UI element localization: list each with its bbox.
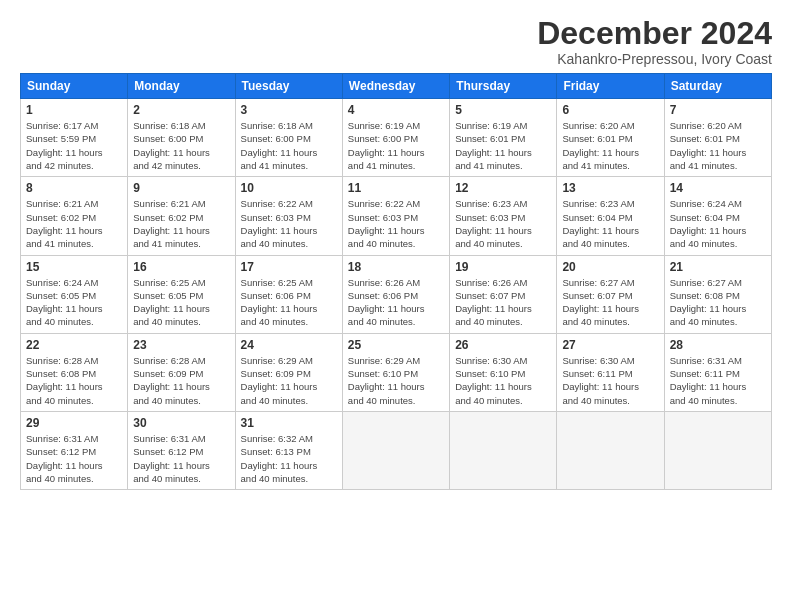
day-number: 20 <box>562 260 658 274</box>
subtitle: Kahankro-Prepressou, Ivory Coast <box>537 51 772 67</box>
day-number: 11 <box>348 181 444 195</box>
calendar-cell: 12 Sunrise: 6:23 AMSunset: 6:03 PMDaylig… <box>450 177 557 255</box>
calendar-cell <box>450 411 557 489</box>
day-number: 5 <box>455 103 551 117</box>
day-detail: Sunrise: 6:30 AMSunset: 6:10 PMDaylight:… <box>455 354 551 407</box>
day-detail: Sunrise: 6:27 AMSunset: 6:07 PMDaylight:… <box>562 276 658 329</box>
header-sunday: Sunday <box>21 74 128 99</box>
day-detail: Sunrise: 6:31 AMSunset: 6:11 PMDaylight:… <box>670 354 766 407</box>
calendar-week-row: 1 Sunrise: 6:17 AMSunset: 5:59 PMDayligh… <box>21 99 772 177</box>
calendar-cell: 6 Sunrise: 6:20 AMSunset: 6:01 PMDayligh… <box>557 99 664 177</box>
calendar-cell: 5 Sunrise: 6:19 AMSunset: 6:01 PMDayligh… <box>450 99 557 177</box>
weekday-header-row: Sunday Monday Tuesday Wednesday Thursday… <box>21 74 772 99</box>
day-number: 13 <box>562 181 658 195</box>
calendar-cell <box>342 411 449 489</box>
day-number: 19 <box>455 260 551 274</box>
day-detail: Sunrise: 6:26 AMSunset: 6:07 PMDaylight:… <box>455 276 551 329</box>
day-detail: Sunrise: 6:25 AMSunset: 6:06 PMDaylight:… <box>241 276 337 329</box>
day-detail: Sunrise: 6:18 AMSunset: 6:00 PMDaylight:… <box>133 119 229 172</box>
calendar-cell: 29 Sunrise: 6:31 AMSunset: 6:12 PMDaylig… <box>21 411 128 489</box>
day-detail: Sunrise: 6:17 AMSunset: 5:59 PMDaylight:… <box>26 119 122 172</box>
main-title: December 2024 <box>537 16 772 51</box>
day-detail: Sunrise: 6:20 AMSunset: 6:01 PMDaylight:… <box>670 119 766 172</box>
day-detail: Sunrise: 6:24 AMSunset: 6:04 PMDaylight:… <box>670 197 766 250</box>
day-detail: Sunrise: 6:28 AMSunset: 6:08 PMDaylight:… <box>26 354 122 407</box>
day-number: 18 <box>348 260 444 274</box>
day-number: 29 <box>26 416 122 430</box>
day-detail: Sunrise: 6:29 AMSunset: 6:09 PMDaylight:… <box>241 354 337 407</box>
day-number: 4 <box>348 103 444 117</box>
calendar-cell: 14 Sunrise: 6:24 AMSunset: 6:04 PMDaylig… <box>664 177 771 255</box>
calendar-cell: 15 Sunrise: 6:24 AMSunset: 6:05 PMDaylig… <box>21 255 128 333</box>
header-tuesday: Tuesday <box>235 74 342 99</box>
header-wednesday: Wednesday <box>342 74 449 99</box>
calendar-week-row: 15 Sunrise: 6:24 AMSunset: 6:05 PMDaylig… <box>21 255 772 333</box>
calendar-cell: 30 Sunrise: 6:31 AMSunset: 6:12 PMDaylig… <box>128 411 235 489</box>
day-detail: Sunrise: 6:28 AMSunset: 6:09 PMDaylight:… <box>133 354 229 407</box>
calendar-cell: 9 Sunrise: 6:21 AMSunset: 6:02 PMDayligh… <box>128 177 235 255</box>
day-detail: Sunrise: 6:21 AMSunset: 6:02 PMDaylight:… <box>133 197 229 250</box>
day-detail: Sunrise: 6:24 AMSunset: 6:05 PMDaylight:… <box>26 276 122 329</box>
day-number: 16 <box>133 260 229 274</box>
calendar-cell: 31 Sunrise: 6:32 AMSunset: 6:13 PMDaylig… <box>235 411 342 489</box>
calendar-cell: 23 Sunrise: 6:28 AMSunset: 6:09 PMDaylig… <box>128 333 235 411</box>
day-detail: Sunrise: 6:23 AMSunset: 6:04 PMDaylight:… <box>562 197 658 250</box>
day-number: 17 <box>241 260 337 274</box>
day-number: 6 <box>562 103 658 117</box>
day-number: 23 <box>133 338 229 352</box>
header-thursday: Thursday <box>450 74 557 99</box>
day-number: 10 <box>241 181 337 195</box>
day-number: 3 <box>241 103 337 117</box>
day-number: 14 <box>670 181 766 195</box>
calendar-cell: 19 Sunrise: 6:26 AMSunset: 6:07 PMDaylig… <box>450 255 557 333</box>
title-block: December 2024 Kahankro-Prepressou, Ivory… <box>537 16 772 67</box>
day-number: 2 <box>133 103 229 117</box>
day-detail: Sunrise: 6:22 AMSunset: 6:03 PMDaylight:… <box>348 197 444 250</box>
day-number: 9 <box>133 181 229 195</box>
day-detail: Sunrise: 6:29 AMSunset: 6:10 PMDaylight:… <box>348 354 444 407</box>
header: General Blue December 2024 Kahankro-Prep… <box>20 16 772 67</box>
day-number: 12 <box>455 181 551 195</box>
day-number: 27 <box>562 338 658 352</box>
header-saturday: Saturday <box>664 74 771 99</box>
calendar-cell: 27 Sunrise: 6:30 AMSunset: 6:11 PMDaylig… <box>557 333 664 411</box>
calendar: Sunday Monday Tuesday Wednesday Thursday… <box>20 73 772 490</box>
day-detail: Sunrise: 6:27 AMSunset: 6:08 PMDaylight:… <box>670 276 766 329</box>
calendar-cell: 7 Sunrise: 6:20 AMSunset: 6:01 PMDayligh… <box>664 99 771 177</box>
day-number: 7 <box>670 103 766 117</box>
day-number: 28 <box>670 338 766 352</box>
day-detail: Sunrise: 6:22 AMSunset: 6:03 PMDaylight:… <box>241 197 337 250</box>
header-monday: Monday <box>128 74 235 99</box>
day-number: 21 <box>670 260 766 274</box>
day-number: 31 <box>241 416 337 430</box>
calendar-cell: 1 Sunrise: 6:17 AMSunset: 5:59 PMDayligh… <box>21 99 128 177</box>
day-detail: Sunrise: 6:31 AMSunset: 6:12 PMDaylight:… <box>26 432 122 485</box>
calendar-cell: 21 Sunrise: 6:27 AMSunset: 6:08 PMDaylig… <box>664 255 771 333</box>
calendar-cell: 4 Sunrise: 6:19 AMSunset: 6:00 PMDayligh… <box>342 99 449 177</box>
calendar-cell: 20 Sunrise: 6:27 AMSunset: 6:07 PMDaylig… <box>557 255 664 333</box>
calendar-cell: 2 Sunrise: 6:18 AMSunset: 6:00 PMDayligh… <box>128 99 235 177</box>
day-detail: Sunrise: 6:19 AMSunset: 6:01 PMDaylight:… <box>455 119 551 172</box>
day-detail: Sunrise: 6:20 AMSunset: 6:01 PMDaylight:… <box>562 119 658 172</box>
day-detail: Sunrise: 6:18 AMSunset: 6:00 PMDaylight:… <box>241 119 337 172</box>
day-detail: Sunrise: 6:32 AMSunset: 6:13 PMDaylight:… <box>241 432 337 485</box>
day-number: 22 <box>26 338 122 352</box>
page: General Blue December 2024 Kahankro-Prep… <box>0 0 792 612</box>
calendar-cell: 18 Sunrise: 6:26 AMSunset: 6:06 PMDaylig… <box>342 255 449 333</box>
day-number: 26 <box>455 338 551 352</box>
calendar-body: 1 Sunrise: 6:17 AMSunset: 5:59 PMDayligh… <box>21 99 772 490</box>
day-detail: Sunrise: 6:26 AMSunset: 6:06 PMDaylight:… <box>348 276 444 329</box>
calendar-week-row: 22 Sunrise: 6:28 AMSunset: 6:08 PMDaylig… <box>21 333 772 411</box>
calendar-cell: 8 Sunrise: 6:21 AMSunset: 6:02 PMDayligh… <box>21 177 128 255</box>
calendar-week-row: 8 Sunrise: 6:21 AMSunset: 6:02 PMDayligh… <box>21 177 772 255</box>
day-detail: Sunrise: 6:25 AMSunset: 6:05 PMDaylight:… <box>133 276 229 329</box>
calendar-cell: 16 Sunrise: 6:25 AMSunset: 6:05 PMDaylig… <box>128 255 235 333</box>
day-number: 24 <box>241 338 337 352</box>
header-friday: Friday <box>557 74 664 99</box>
calendar-cell: 28 Sunrise: 6:31 AMSunset: 6:11 PMDaylig… <box>664 333 771 411</box>
calendar-cell <box>664 411 771 489</box>
day-detail: Sunrise: 6:31 AMSunset: 6:12 PMDaylight:… <box>133 432 229 485</box>
day-detail: Sunrise: 6:19 AMSunset: 6:00 PMDaylight:… <box>348 119 444 172</box>
day-number: 8 <box>26 181 122 195</box>
day-number: 1 <box>26 103 122 117</box>
